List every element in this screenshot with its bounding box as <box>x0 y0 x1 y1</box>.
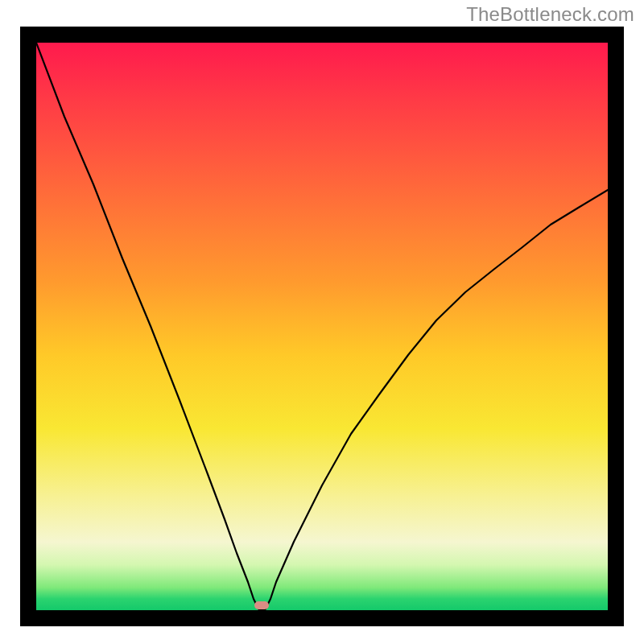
chart-stage: TheBottleneck.com <box>0 0 644 644</box>
curve-path <box>36 43 608 610</box>
plot-frame <box>20 27 624 626</box>
watermark-text: TheBottleneck.com <box>466 3 634 26</box>
optimal-marker <box>254 601 269 609</box>
bottleneck-curve <box>36 43 608 610</box>
plot-area <box>36 43 608 610</box>
